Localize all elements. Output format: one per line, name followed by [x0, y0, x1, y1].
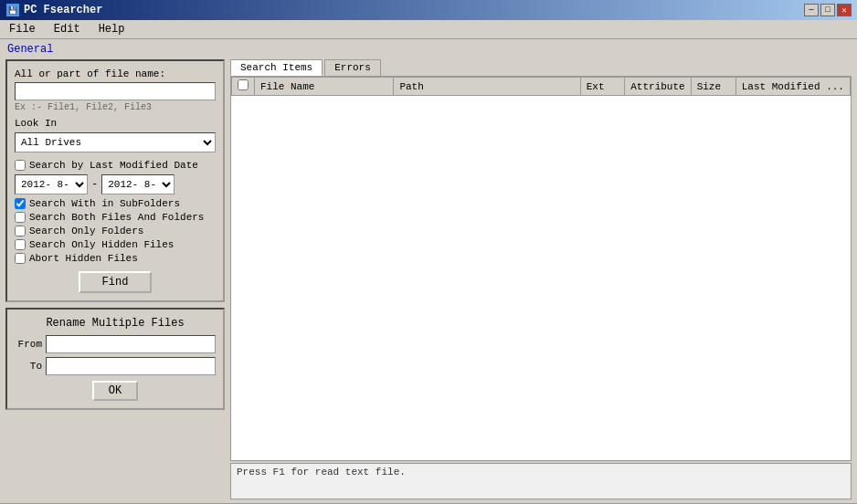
maximize-button[interactable]: □ — [820, 4, 835, 16]
menu-file[interactable]: File — [4, 22, 41, 37]
date-search-checkbox[interactable] — [15, 160, 26, 171]
ok-button[interactable]: OK — [92, 381, 138, 401]
rename-panel: Rename Multiple Files From To OK — [5, 308, 225, 410]
minimize-button[interactable]: ─ — [804, 4, 819, 16]
filename-input[interactable] — [15, 82, 216, 100]
only-folders-checkbox[interactable] — [15, 226, 26, 236]
window-title: PC Fsearcher — [24, 4, 102, 16]
menu-help[interactable]: Help — [93, 22, 131, 37]
close-button[interactable]: ✕ — [837, 4, 852, 16]
only-folders-row: Search Only Folders — [15, 226, 216, 236]
both-files-folders-row: Search Both Files And Folders — [15, 212, 216, 223]
menu-edit[interactable]: Edit — [48, 22, 86, 37]
col-header-last-modified[interactable]: Last Modified ... — [735, 78, 850, 96]
abort-hidden-checkbox[interactable] — [15, 253, 26, 264]
rename-from-label: From — [15, 339, 42, 350]
lookin-label: Look In — [15, 118, 216, 129]
date-range-row: 2012- 8- 3 - 2012- 8- 3 — [15, 174, 216, 194]
subfolders-row: Search With in SubFolders — [15, 198, 216, 209]
to-date-select[interactable]: 2012- 8- 3 — [101, 174, 175, 194]
title-bar: 💾 PC Fsearcher ─ □ ✕ — [0, 0, 857, 20]
rename-from-input[interactable] — [46, 335, 216, 353]
date-search-label: Search by Last Modified Date — [29, 160, 198, 171]
only-hidden-row: Search Only Hidden Files — [15, 239, 216, 250]
only-folders-label: Search Only Folders — [29, 226, 143, 236]
abort-hidden-label: Abort Hidden Files — [29, 253, 138, 264]
table-header-row: File Name Path Ext Attribute Size Last M… — [232, 78, 851, 96]
find-button[interactable]: Find — [79, 271, 152, 293]
window-controls: ─ □ ✕ — [804, 4, 852, 16]
select-all-checkbox[interactable] — [238, 79, 249, 90]
col-header-ext[interactable]: Ext — [580, 78, 625, 96]
filename-hint: Ex :- File1, File2, File3 — [15, 102, 216, 112]
subfolders-label: Search With in SubFolders — [29, 198, 180, 209]
rename-to-input[interactable] — [46, 357, 216, 375]
col-header-path[interactable]: Path — [394, 78, 580, 96]
menu-bar: File Edit Help — [0, 20, 857, 39]
rename-to-row: To — [15, 357, 216, 375]
tab-bar: Search Items Errors — [230, 59, 852, 76]
right-panel: Search Items Errors File Name Path Ext — [230, 59, 852, 499]
both-files-folders-checkbox[interactable] — [15, 212, 26, 223]
info-text: Press F1 for read text file. — [237, 467, 406, 478]
left-panel: All or part of file name: Ex :- File1, F… — [5, 59, 225, 499]
date-separator: - — [91, 178, 98, 191]
window-body: General All or part of file name: Ex :- … — [0, 39, 857, 503]
filename-label: All or part of file name: — [15, 68, 216, 79]
lookin-select[interactable]: All Drives C:\ D:\ E:\ — [15, 132, 216, 152]
rename-from-row: From — [15, 335, 216, 353]
rename-title: Rename Multiple Files — [15, 317, 216, 330]
results-container: File Name Path Ext Attribute Size Last M… — [230, 76, 852, 461]
date-checkbox-row: Search by Last Modified Date — [15, 160, 216, 171]
col-header-checkbox[interactable] — [232, 78, 255, 96]
rename-to-label: To — [15, 361, 42, 372]
col-header-filename[interactable]: File Name — [255, 78, 394, 96]
tab-search-items[interactable]: Search Items — [230, 59, 323, 76]
col-header-attribute[interactable]: Attribute — [625, 78, 691, 96]
main-content: All or part of file name: Ex :- File1, F… — [5, 59, 852, 499]
both-files-folders-label: Search Both Files And Folders — [29, 212, 204, 223]
col-header-size[interactable]: Size — [691, 78, 735, 96]
abort-hidden-row: Abort Hidden Files — [15, 253, 216, 264]
results-table: File Name Path Ext Attribute Size Last M… — [231, 77, 851, 96]
from-date-select[interactable]: 2012- 8- 3 — [15, 174, 88, 194]
only-hidden-checkbox[interactable] — [15, 239, 26, 250]
lookin-container: All Drives C:\ D:\ E:\ — [15, 132, 216, 152]
app-icon: 💾 — [5, 3, 20, 17]
only-hidden-label: Search Only Hidden Files — [29, 239, 174, 250]
info-bar: Press F1 for read text file. — [230, 463, 852, 499]
subfolders-checkbox[interactable] — [15, 198, 26, 209]
search-panel: All or part of file name: Ex :- File1, F… — [5, 59, 225, 302]
results-body — [231, 96, 851, 460]
general-label: General — [7, 43, 852, 56]
tab-errors[interactable]: Errors — [324, 59, 381, 76]
